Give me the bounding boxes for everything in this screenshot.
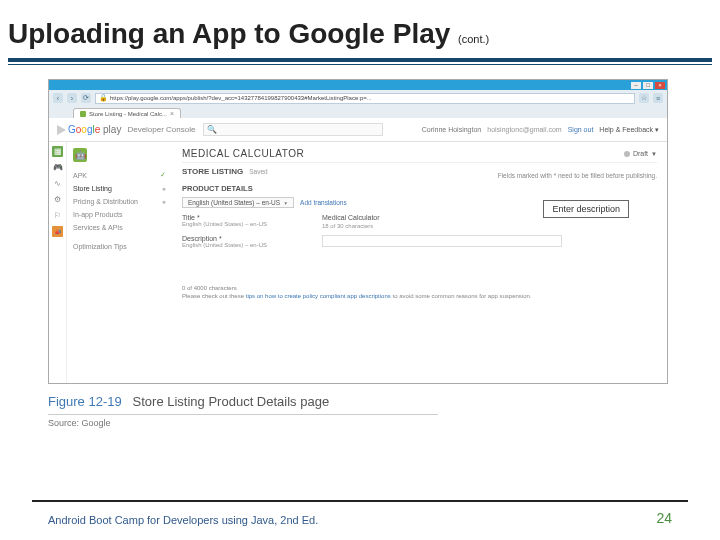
rail-alerts-icon[interactable]: ⚐	[52, 210, 63, 221]
rail-announcements-icon[interactable]: 📣	[52, 226, 63, 237]
browser-window: – □ × ‹ › ⟳ 🔒 https://play.google.com/ap…	[48, 79, 668, 384]
slide-number: 24	[656, 510, 672, 526]
rail-all-apps-icon[interactable]: ▦	[52, 146, 63, 157]
dev-console-label: Developer Console	[127, 125, 195, 134]
help-text: Help & Feedback	[599, 126, 653, 133]
slide-footer: Android Boot Camp for Developers using J…	[48, 514, 318, 526]
nav-inapp[interactable]: In-app Products	[73, 208, 166, 221]
title-counter: 18 of 30 characters	[322, 223, 380, 229]
logo-play-text: play	[103, 124, 121, 135]
menu-icon[interactable]: ≡	[653, 93, 663, 103]
title-rule-thin	[8, 64, 712, 65]
language-label: English (United States) – en-US	[188, 199, 280, 206]
description-tip: 0 of 4000 characters Please check out th…	[182, 284, 657, 301]
tip-pre: Please check out these	[182, 293, 246, 299]
draft-status[interactable]: Draft ▼	[624, 150, 657, 157]
nav-apk-label: APK	[73, 172, 87, 179]
user-email: hoisingtonc@gmail.com	[487, 126, 561, 133]
main-pane: MEDICAL CALCULATOR Draft ▼ STORE LISTING…	[172, 142, 667, 383]
tab-label: Store Listing - Medical Calc...	[89, 111, 167, 117]
lock-icon: 🔒	[99, 94, 108, 102]
icon-rail: ▦ 🎮 ∿ ⚙ ⚐ 📣	[49, 142, 67, 383]
language-selector[interactable]: English (United States) – en-US ▼	[182, 197, 294, 208]
play-triangle-icon	[57, 125, 66, 135]
tip-post: to avoid some common reasons for app sus…	[391, 293, 532, 299]
footer-rule	[32, 500, 688, 502]
help-link[interactable]: Help & Feedback ▾	[599, 126, 659, 134]
desc-label: Description *	[182, 235, 302, 242]
tip-link[interactable]: tips on how to create policy compliant a…	[246, 293, 391, 299]
pending-icon: ●	[162, 185, 166, 192]
figure-source: Source: Google	[48, 418, 720, 428]
bookmark-icon[interactable]: ☆	[639, 93, 649, 103]
chevron-down-icon: ▼	[651, 151, 657, 157]
tab-strip: Store Listing - Medical Calc... ×	[49, 106, 667, 118]
reload-icon[interactable]: ⟳	[81, 93, 91, 103]
nav-store-label: Store Listing	[73, 185, 112, 192]
user-name: Corinne Hoisington	[422, 126, 482, 133]
nav-tips[interactable]: Optimization Tips	[73, 240, 166, 253]
search-input[interactable]: 🔍	[203, 123, 383, 136]
rail-reports-icon[interactable]: ∿	[52, 178, 63, 189]
nav-pricing-label: Pricing & Distribution	[73, 198, 138, 205]
title-cont: (cont.)	[458, 33, 489, 45]
pending-icon: ●	[162, 198, 166, 205]
title-value[interactable]: Medical Calculator	[322, 214, 380, 221]
tab-favicon	[80, 111, 86, 117]
back-icon[interactable]: ‹	[53, 93, 63, 103]
title-sublabel: English (United States) – en-US	[182, 221, 302, 227]
figure-rule	[48, 414, 438, 415]
side-nav: 🤖 APK ✓ Store Listing ● Pricing & Distri…	[67, 142, 172, 383]
play-body: ▦ 🎮 ∿ ⚙ ⚐ 📣 🤖 APK ✓ Store Listing ●	[49, 142, 667, 383]
nav-services-label: Services & APIs	[73, 224, 123, 231]
search-icon: 🔍	[207, 125, 217, 134]
product-details-heading: PRODUCT DETAILS	[182, 184, 657, 193]
desc-sublabel: English (United States) – en-US	[182, 242, 302, 248]
nav-inapp-label: In-app Products	[73, 211, 122, 218]
chevron-down-icon: ▼	[283, 200, 288, 206]
forward-icon[interactable]: ›	[67, 93, 77, 103]
title-rule-thick	[8, 58, 712, 62]
add-translations-link[interactable]: Add translations	[300, 199, 347, 206]
nav-services[interactable]: Services & APIs	[73, 221, 166, 234]
draft-label: Draft	[633, 150, 648, 157]
browser-tab[interactable]: Store Listing - Medical Calc... ×	[73, 108, 181, 118]
app-title: MEDICAL CALCULATOR	[182, 148, 304, 159]
draft-dot-icon	[624, 151, 630, 157]
description-input[interactable]	[322, 235, 562, 247]
sign-out-link[interactable]: Sign out	[568, 126, 594, 133]
field-description: Description * English (United States) – …	[182, 235, 657, 248]
callout-enter-description: Enter description	[543, 200, 629, 218]
rail-settings-icon[interactable]: ⚙	[52, 194, 63, 205]
nav-store-listing[interactable]: Store Listing ●	[73, 182, 166, 195]
minimize-button[interactable]: –	[631, 82, 641, 89]
check-icon: ✓	[160, 171, 166, 179]
tab-close-icon[interactable]: ×	[170, 110, 174, 117]
maximize-button[interactable]: □	[643, 82, 653, 89]
section-status: Saved	[249, 168, 267, 175]
app-icon: 🤖	[73, 148, 87, 162]
play-logo[interactable]: Google play Developer Console	[57, 124, 195, 135]
url-text: https://play.google.com/apps/publish/?de…	[110, 95, 372, 101]
slide-title: Uploading an App to Google Play (cont.)	[0, 0, 720, 54]
user-bar: Corinne Hoisington hoisingtonc@gmail.com…	[422, 126, 659, 134]
section-title: STORE LISTING	[182, 167, 243, 176]
nav-tips-label: Optimization Tips	[73, 243, 127, 250]
required-hint: Fields marked with * need to be filled b…	[498, 172, 657, 179]
play-header: Google play Developer Console 🔍 Corinne …	[49, 118, 667, 142]
figure-number: Figure 12-19	[48, 394, 122, 409]
figure-container: – □ × ‹ › ⟳ 🔒 https://play.google.com/ap…	[48, 79, 688, 384]
rail-games-icon[interactable]: 🎮	[52, 162, 63, 173]
callout-text: Enter description	[552, 204, 620, 214]
desc-counter: 0 of 4000 characters	[182, 285, 237, 291]
title-text: Uploading an App to Google Play	[8, 18, 450, 49]
nav-apk[interactable]: APK ✓	[73, 168, 166, 182]
figure-caption: Figure 12-19 Store Listing Product Detai…	[48, 394, 720, 409]
close-button[interactable]: ×	[655, 82, 665, 89]
title-label: Title *	[182, 214, 302, 221]
figure-desc: Store Listing Product Details page	[133, 394, 330, 409]
nav-pricing[interactable]: Pricing & Distribution ●	[73, 195, 166, 208]
app-title-row: MEDICAL CALCULATOR Draft ▼	[182, 148, 657, 163]
window-titlebar: – □ ×	[49, 80, 667, 90]
address-bar[interactable]: 🔒 https://play.google.com/apps/publish/?…	[95, 93, 635, 104]
